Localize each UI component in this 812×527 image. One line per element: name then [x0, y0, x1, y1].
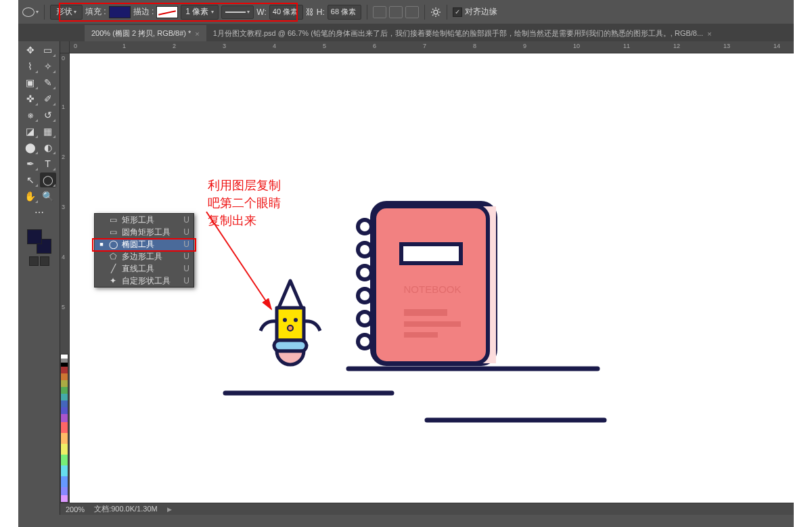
shape-mode-select[interactable]: 形状 ▾ — [50, 5, 83, 20]
shortcut-key: U — [183, 227, 189, 237]
chevron-down-icon: ▾ — [211, 9, 214, 15]
eraser-tool[interactable]: ◪ — [22, 124, 39, 139]
flyout-ellipse[interactable]: ■◯椭圆工具U — [95, 238, 194, 250]
ruler-tick: 9 — [523, 43, 526, 49]
flyout-polygon[interactable]: ⬠多边形工具U — [95, 250, 194, 262]
flyout-label: 自定形状工具 — [122, 275, 171, 287]
color-picker-strip[interactable] — [60, 354, 68, 503]
ellipse-icon: ◯ — [108, 239, 118, 249]
shortcut-key: U — [183, 215, 189, 225]
healing-brush-tool[interactable]: ✜ — [22, 91, 39, 106]
flyout-rounded-rect[interactable]: ▭圆角矩形工具U — [95, 226, 194, 238]
link-wh-icon[interactable]: ⛓ — [306, 7, 314, 17]
ruler-tick: 3 — [62, 204, 65, 210]
ruler-tick: 7 — [423, 43, 426, 49]
marquee-tool[interactable]: ▭ — [40, 43, 56, 58]
dodge-tool[interactable]: ◐ — [40, 140, 56, 155]
magic-wand-tool[interactable]: ✧ — [40, 59, 56, 74]
history-brush-tool[interactable]: ↺ — [40, 108, 56, 122]
flyout-rectangle[interactable]: ▭矩形工具U — [95, 214, 194, 226]
stroke-line-icon — [225, 12, 246, 13]
separator — [447, 5, 447, 20]
separator — [44, 5, 45, 20]
chevron-down-icon: ▾ — [36, 9, 39, 15]
ellipse-icon — [22, 7, 35, 17]
gradient-tool[interactable]: ▦ — [40, 124, 56, 139]
zoom-tool[interactable]: 🔍 — [40, 189, 56, 204]
path-arrangement-button[interactable] — [405, 6, 419, 18]
svg-line-8 — [438, 9, 439, 10]
separator — [424, 5, 425, 20]
blur-tool[interactable]: ⬤ — [22, 140, 39, 155]
ruler-tick: 1 — [122, 43, 126, 49]
type-tool[interactable]: T — [40, 156, 56, 171]
shape-tool[interactable]: ◯ — [40, 173, 56, 187]
quick-mask-toggle[interactable] — [29, 256, 49, 266]
flyout-label: 圆角矩形工具 — [122, 227, 171, 238]
status-bar: 200% 文档:900.0K/1.30M ▶ — [60, 503, 794, 515]
flyout-custom-shape[interactable]: ✦自定形状工具U — [95, 275, 194, 287]
ruler-tick: 5 — [62, 304, 65, 311]
zoom-level[interactable]: 200% — [66, 505, 85, 513]
svg-line-5 — [432, 9, 434, 10]
tab-active-doc[interactable]: 200% (椭圆 2 拷贝, RGB/8#) * × — [85, 25, 206, 41]
lasso-tool[interactable]: ⌇ — [22, 59, 39, 74]
fill-swatch[interactable] — [109, 6, 131, 18]
rounded-rect-icon: ▭ — [108, 227, 118, 237]
path-operations-button[interactable] — [373, 6, 386, 18]
line-icon: ╱ — [108, 264, 118, 273]
move-tool[interactable]: ✥ — [22, 43, 39, 58]
ruler-tick: 4 — [273, 43, 276, 49]
close-icon[interactable]: × — [195, 30, 199, 38]
flyout-label: 椭圆工具 — [122, 239, 154, 250]
misc-tool[interactable]: ⋯ — [31, 205, 47, 220]
hand-tool[interactable]: ✋ — [22, 189, 39, 204]
fg-color-swatch[interactable] — [27, 229, 42, 244]
flyout-label: 矩形工具 — [122, 214, 154, 226]
close-icon[interactable]: × — [707, 30, 711, 38]
shortcut-key: U — [183, 276, 189, 285]
flyout-label: 直线工具 — [122, 263, 154, 275]
clone-stamp-tool[interactable]: ⎈ — [22, 108, 39, 122]
ruler-tick: 4 — [62, 254, 65, 260]
color-swatches[interactable] — [27, 229, 51, 254]
width-value: 40 像素 — [273, 7, 298, 17]
ruler-tick: 14 — [773, 43, 780, 49]
brush-tool[interactable]: ✐ — [40, 91, 56, 106]
flyout-label: 多边形工具 — [122, 251, 162, 262]
chevron-right-icon[interactable]: ▶ — [167, 506, 172, 513]
gear-icon[interactable] — [430, 7, 441, 18]
ruler-tick: 10 — [573, 43, 580, 49]
separator — [367, 5, 367, 20]
height-input[interactable]: 68 像素 — [328, 5, 361, 20]
options-bar: ▾ 形状 ▾ 填充 : 描边 : 1 像素 ▾ ▾ W: 40 像素 ⛓ H: … — [18, 0, 794, 24]
document-tabs: 200% (椭圆 2 拷贝, RGB/8#) * × 1月份图文教程.psd @… — [18, 24, 794, 41]
ruler-horizontal[interactable]: 0 1 2 3 4 5 6 7 8 9 10 11 12 13 14 — [70, 41, 794, 53]
stroke-style-select[interactable]: ▾ — [221, 5, 254, 19]
ellipse-tool-indicator[interactable]: ▾ — [22, 5, 39, 20]
pen-tool[interactable]: ✒ — [22, 156, 39, 171]
align-edges-checkbox[interactable]: ✓ — [453, 7, 462, 17]
ruler-corner — [60, 41, 70, 53]
rectangle-icon: ▭ — [108, 215, 118, 225]
custom-shape-icon: ✦ — [108, 276, 118, 285]
crop-tool[interactable]: ▣ — [22, 75, 39, 90]
doc-size[interactable]: 文档:900.0K/1.30M — [94, 504, 158, 514]
eyedropper-tool[interactable]: ✎ — [40, 75, 56, 90]
svg-point-0 — [434, 10, 438, 14]
ruler-tick: 6 — [373, 43, 376, 49]
path-selection-tool[interactable]: ↖ — [22, 173, 39, 187]
height-value: 68 像素 — [331, 7, 356, 17]
path-alignment-button[interactable] — [389, 6, 403, 18]
stroke-swatch[interactable] — [156, 6, 178, 18]
tab-label: 200% (椭圆 2 拷贝, RGB/8#) * — [91, 28, 191, 39]
flyout-line[interactable]: ╱直线工具U — [95, 262, 194, 275]
shortcut-key: U — [183, 264, 189, 273]
shape-mode-label: 形状 — [56, 6, 72, 18]
polygon-icon: ⬠ — [108, 252, 118, 261]
width-input[interactable]: 40 像素 — [269, 5, 303, 20]
toolbox: ✥▭ ⌇✧ ▣✎ ✜✐ ⎈↺ ◪▦ ⬤◐ ✒T ↖◯ ✋🔍 ⋯ — [18, 41, 60, 515]
stroke-width-input[interactable]: 1 像素 ▾ — [181, 5, 219, 20]
tab-second-doc[interactable]: 1月份图文教程.psd @ 66.7% (铅笔的身体画出来了后，我们接着要绘制铅… — [206, 25, 719, 41]
ruler-tick: 5 — [323, 43, 326, 49]
